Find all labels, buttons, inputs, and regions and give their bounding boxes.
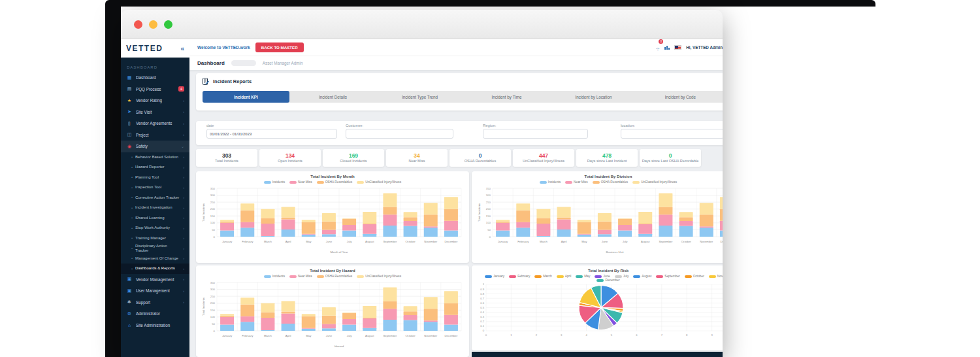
filter-input-customer[interactable] (346, 129, 453, 139)
sidebar-item-pqq-process[interactable]: ▤PQQ Process4 (121, 84, 189, 95)
bullet-icon: • (131, 206, 133, 210)
sidebar-item-vendor-agreements[interactable]: ▯Vendor Agreements› (121, 118, 189, 129)
sidebar-subitem-dashboards-reports[interactable]: •Dashboards & Reports› (121, 264, 189, 274)
legend-item-may[interactable]: May (576, 275, 590, 278)
legend-item-unclassified-injury-illness[interactable]: UnClassified Injury/Illness (357, 275, 401, 278)
topbar-right: ⁘ 0 Hi, VETTED Admin (656, 42, 723, 54)
close-window-button[interactable] (134, 20, 142, 29)
minimize-window-button[interactable] (149, 20, 157, 29)
filter-input-region[interactable] (483, 129, 588, 139)
chevron-right-icon: › (183, 122, 184, 126)
sidebar-subitem-shared-learning[interactable]: •Shared Learning› (121, 213, 189, 224)
sidebar-item-administrator[interactable]: ⚙Administrator (121, 308, 189, 320)
legend-swatch (576, 275, 583, 278)
legend-swatch (596, 279, 604, 282)
legend-item-near-miss[interactable]: Near Miss (565, 180, 588, 184)
legend-swatch (289, 181, 297, 184)
sidebar-item-safety[interactable]: ◉Safety⌄ (121, 141, 189, 152)
sidebar-subitem-behavior-based-solution[interactable]: •Behavior Based Solution› (121, 152, 189, 163)
tab-incident-kpi[interactable]: Incident KPI (203, 91, 289, 103)
legend-item-june[interactable]: June (595, 275, 610, 278)
legend-item-march[interactable]: March (534, 275, 551, 278)
legend-item-december[interactable]: December (596, 279, 619, 282)
legend-label: Near Miss (298, 180, 312, 184)
filter-input-location[interactable] (621, 129, 723, 139)
chevron-right-icon: › (183, 133, 184, 137)
legend-item-near-miss[interactable]: Near Miss (289, 180, 312, 184)
legend-item-august[interactable]: August (633, 275, 651, 278)
svg-text:November: November (424, 240, 437, 243)
legend-item-osha-recordables[interactable]: OSHA Recordables (593, 180, 629, 184)
svg-text:100: 100 (486, 221, 491, 224)
tab-incident-by-time[interactable]: Incident by Time (463, 91, 550, 103)
legend-item-incidents[interactable]: Incidents (264, 275, 285, 278)
sidebar-item-site-administration[interactable]: ⌂Site Administration (121, 320, 189, 332)
share-nodes-icon[interactable]: ⁘ 0 (656, 42, 661, 54)
legend-item-osha-recordables[interactable]: OSHA Recordables (317, 275, 353, 278)
kpi-open-incidents: 134Open Incidents (259, 149, 321, 167)
legend-item-february[interactable]: February (509, 275, 530, 278)
legend-item-april[interactable]: April (557, 275, 572, 278)
legend-item-october[interactable]: October (685, 275, 704, 278)
sidebar-item-vendor-rating[interactable]: ★Vendor Rating› (121, 95, 189, 107)
legend-label: August (642, 275, 651, 278)
sidebar-item-dashboard[interactable]: ▦Dashboard (121, 72, 189, 84)
user-management-icon: ▣ (126, 288, 133, 294)
sidebar-item-vendor-management[interactable]: ▣Vendor Management› (121, 274, 189, 286)
filter-input-date[interactable] (206, 129, 337, 139)
svg-text:January: January (498, 240, 508, 243)
legend-item-september[interactable]: September (656, 275, 679, 278)
legend-item-november[interactable]: November (709, 275, 723, 278)
vendor-management-icon: ▣ (126, 277, 133, 282)
user-menu[interactable]: Hi, VETTED Admin (686, 45, 723, 50)
sidebar-subitem-corrective-action-tracker[interactable]: •Corrective Action Tracker› (121, 193, 189, 203)
back-to-master-button[interactable]: BACK TO MASTER (255, 42, 304, 52)
tab-incident-by-code[interactable]: Incident by Code (637, 91, 723, 103)
sidebar-subitem-planning-tool[interactable]: •Planning Tool› (121, 173, 189, 183)
sidebar-item-support[interactable]: ✱Support› (121, 297, 189, 309)
sidebar-subitem-disciplinary-action-tracker[interactable]: •Disciplinary Action Tracker› (121, 243, 189, 254)
legend-item-january[interactable]: January (485, 275, 504, 278)
legend-item-incidents[interactable]: Incidents (540, 180, 561, 184)
sidebar: VETTED « DASHBOARD ▦Dashboard▤PQQ Proces… (121, 39, 189, 357)
svg-text:May: May (306, 334, 312, 337)
sidebar-item-label: User Management (136, 288, 170, 293)
bar-chart-icon[interactable] (664, 46, 670, 50)
legend-item-near-miss[interactable]: Near Miss (289, 275, 312, 278)
sidebar-item-project[interactable]: ◫Project› (121, 129, 189, 141)
legend-item-incidents[interactable]: Incidents (264, 180, 285, 184)
sidebar-subitem-training-manager[interactable]: •Training Manager› (121, 233, 189, 244)
breadcrumb: Dashboard Asset Manager Admin (189, 56, 723, 70)
legend-item-osha-recordables[interactable]: OSHA Recordables (317, 180, 353, 184)
sidebar-subitem-label: Management Of Change (135, 256, 178, 261)
sidebar-item-user-management[interactable]: ▣User Management› (121, 285, 189, 297)
svg-text:2: 2 (536, 333, 538, 337)
tab-incident-type-trend[interactable]: Incident Type Trend (376, 91, 463, 103)
us-flag-icon[interactable] (674, 45, 681, 50)
filter-field-location: location: (621, 124, 723, 139)
tab-incident-by-location[interactable]: Incident by Location (550, 91, 637, 103)
sidebar-collapse-icon[interactable]: « (180, 45, 184, 52)
tab-incident-details[interactable]: Incident Details (289, 91, 376, 103)
sidebar-subitem-inspection-tool[interactable]: •Inspection Tool› (121, 182, 189, 193)
zoom-window-button[interactable] (164, 20, 172, 29)
sidebar-subitem-stop-work-authority[interactable]: •Stop Work Authority› (121, 223, 189, 233)
sidebar-item-site-visit[interactable]: ➤Site Visit› (121, 107, 189, 118)
legend-swatch (264, 275, 271, 278)
sidebar-subitem-incident-investigation[interactable]: •Incident Investigation› (121, 203, 189, 213)
svg-text:0: 0 (489, 235, 491, 239)
sidebar-subitem-label: Planning Tool (135, 175, 159, 180)
legend-item-unclassified-injury-illness[interactable]: UnClassified Injury/Illness (357, 180, 401, 184)
welcome-link[interactable]: Welcome to VETTED.work (197, 45, 250, 50)
legend-label: February (517, 275, 530, 278)
legend-item-july[interactable]: July (615, 275, 629, 278)
sidebar-subitem-hazard-reporter[interactable]: •Hazard Reporter› (121, 162, 189, 173)
sidebar-subitem-management-of-change[interactable]: •Management Of Change› (121, 254, 189, 264)
bullet-icon: • (131, 155, 133, 159)
bullet-icon: • (131, 186, 133, 190)
svg-text:0: 0 (214, 235, 216, 239)
chart-title: Total Incident By Risk (476, 269, 723, 273)
legend-item-unclassified-injury-illness[interactable]: UnClassified Injury/Illness (632, 180, 677, 184)
legend-label: Incidents (272, 275, 285, 278)
legend-swatch (289, 275, 297, 278)
